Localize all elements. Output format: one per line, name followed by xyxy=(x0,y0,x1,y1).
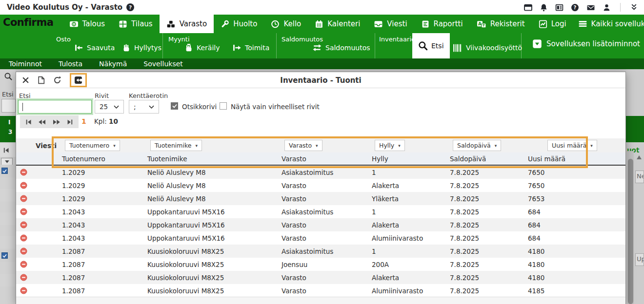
cell-varasto: Asiakastoimitus xyxy=(279,247,369,255)
menu-tulosta[interactable]: Tulosta xyxy=(59,60,82,68)
saldomuutos-button[interactable]: Saldomuutos xyxy=(312,41,370,55)
cell-hylly: Yläkerta xyxy=(369,195,447,203)
swap-arrows-icon xyxy=(312,43,322,52)
caret-down-icon: ▾ xyxy=(113,143,116,148)
last-page-button[interactable] xyxy=(66,119,73,125)
cell-hylly: Alumiinivarasto xyxy=(369,234,447,242)
errors-only-checkbox-label[interactable]: Näytä vain virheelliset rivit xyxy=(231,103,320,111)
ribbon-button-label: Viivakoodisyöttö xyxy=(466,44,522,52)
collapse-chevron-icon[interactable] xyxy=(630,3,638,11)
nav-item-huolto[interactable]: Huolto xyxy=(214,15,264,33)
cell-saldopaiva: 7.8.2025 xyxy=(447,274,525,282)
viivakoodisyotto-button[interactable]: Viivakoodisyöttö xyxy=(453,41,522,55)
cell-tuotenumero: 1.2029 xyxy=(59,182,144,190)
menu-sovellukset[interactable]: Sovellukset xyxy=(143,60,183,68)
user-icon[interactable] xyxy=(603,3,611,12)
help-icon[interactable]: ? xyxy=(571,3,579,12)
search-input[interactable] xyxy=(18,100,92,114)
separator-select[interactable]: ; xyxy=(129,100,159,114)
next-page-button[interactable] xyxy=(52,119,60,125)
help-badge-icon[interactable]: ? xyxy=(126,3,134,11)
first-page-button[interactable] xyxy=(25,119,32,125)
keraily-button[interactable]: Keräily xyxy=(184,41,220,55)
mapping-select-hylly[interactable]: Hylly▾ xyxy=(375,140,405,151)
ribbon-divider xyxy=(162,33,163,58)
remove-row-icon[interactable] xyxy=(20,221,33,228)
app-window: Video Koulutus Oy - Varasto ? ? Confirma… xyxy=(0,0,644,304)
rekisterit-icon: A xyxy=(477,20,486,28)
mapping-select-varasto[interactable]: Varasto▾ xyxy=(284,140,322,151)
all-apps-button[interactable]: Kaikki sovellukset ja rekisterit xyxy=(573,15,644,33)
menu-toiminnot[interactable]: Toiminnot xyxy=(9,60,42,68)
remove-row-icon[interactable] xyxy=(20,169,33,176)
cell-tuotenumero: 1.2087 xyxy=(59,274,144,282)
remove-row-icon[interactable] xyxy=(20,247,33,255)
cell-varasto: Joensuu xyxy=(279,261,369,268)
mapping-select-tuotenimike[interactable]: Tuotenimike▾ xyxy=(150,140,202,151)
current-page-number[interactable]: 1 xyxy=(81,117,86,125)
window-icon[interactable] xyxy=(524,3,532,12)
remove-row-icon[interactable] xyxy=(20,274,33,281)
refresh-icon[interactable] xyxy=(53,76,61,84)
close-button[interactable] xyxy=(22,76,29,84)
bg-green-panel xyxy=(626,116,644,142)
hyllytys-button[interactable]: Hyllytys xyxy=(122,41,161,55)
remove-row-icon[interactable] xyxy=(20,234,33,242)
nav-item-rekisterit[interactable]: A Rekisterit xyxy=(470,15,532,33)
dialog-footer xyxy=(16,297,625,304)
nav-item-kalenteri[interactable]: Kalenteri xyxy=(308,15,367,33)
errors-only-checkbox[interactable] xyxy=(220,102,227,110)
news-icon[interactable] xyxy=(555,3,564,12)
app-extra-actions-button[interactable]: Sovelluksen lisätoiminnot xyxy=(532,39,640,49)
csv-header-row: Tuotenumero Tuotenimike Varasto Hylly Sa… xyxy=(16,152,625,166)
bg-search-label: Etsi xyxy=(2,91,14,98)
cell-tuotenumero: 1.2029 xyxy=(59,169,144,176)
remove-row-icon[interactable] xyxy=(20,182,33,189)
nav-item-talous[interactable]: Talous xyxy=(62,15,112,33)
nav-item-label: Kalenteri xyxy=(327,19,360,28)
header-row-checkbox-label[interactable]: Otsikkorivi xyxy=(182,103,217,111)
cell-tuotenumero: 1.2043 xyxy=(59,208,144,216)
ribbon-button-label: Saavuta xyxy=(87,44,115,52)
remove-row-icon[interactable] xyxy=(20,195,33,202)
nav-item-viesti[interactable]: Viesti xyxy=(367,15,414,33)
csv-header-cell: Tuotenumero xyxy=(59,155,144,163)
header-row-checkbox[interactable] xyxy=(171,102,178,110)
cell-hylly: Alakerta xyxy=(369,274,447,282)
table-row: 1.2087Kuusiokoloruuvi M8X25Asiakastoimit… xyxy=(16,245,625,258)
rows-select[interactable]: 25 xyxy=(95,100,124,114)
etsi-button[interactable]: Etsi xyxy=(412,33,450,58)
prev-page-button[interactable] xyxy=(38,119,46,125)
mapping-select-tuotenumero[interactable]: Tuotenumero▾ xyxy=(65,140,120,151)
nav-item-logi[interactable]: Logi xyxy=(532,15,573,33)
nav-item-varasto[interactable]: Varasto xyxy=(160,15,214,33)
toimita-button[interactable]: Toimita xyxy=(232,41,269,55)
notifications-bell-icon[interactable] xyxy=(540,3,548,12)
background-right-strip: uot Neli Upp xyxy=(626,69,644,304)
nav-item-raportti[interactable]: Raportti xyxy=(414,15,470,33)
remove-row-icon[interactable] xyxy=(20,208,33,215)
nav-item-kello[interactable]: Kello xyxy=(264,15,308,33)
window-title: Video Koulutus Oy - Varasto xyxy=(7,3,122,12)
page-background: Etsi I 3 uot Neli Upp xyxy=(0,69,644,304)
remove-row-icon[interactable] xyxy=(20,261,33,268)
ribbon-button-label: Hyllytys xyxy=(134,44,161,52)
menu-nakyma[interactable]: Näkymä xyxy=(99,60,127,68)
saavuta-button[interactable]: Saavuta xyxy=(74,41,115,55)
table-row: 1.2087Kuusiokoloruuvi M8X25Joensuu200A7.… xyxy=(16,258,625,271)
mapping-select-saldopaiva[interactable]: Saldopäivä▾ xyxy=(453,140,501,151)
cell-saldopaiva: 7.8.2025 xyxy=(447,182,525,190)
remove-row-icon[interactable] xyxy=(20,287,33,294)
cell-saldopaiva: 7.8.2025 xyxy=(447,234,525,242)
import-icon[interactable] xyxy=(74,76,82,84)
table-row: 1.2087Kuusiokoloruuvi M8X25VarastoAlaker… xyxy=(16,271,625,284)
tilaus-icon xyxy=(119,20,127,28)
new-document-icon[interactable] xyxy=(38,76,45,84)
nav-item-tilaus[interactable]: Tilaus xyxy=(112,15,160,33)
cell-tuotenimike: Uppokantaruuvi M5X16 xyxy=(144,208,279,216)
mail-icon[interactable] xyxy=(586,3,595,12)
cell-tuotenimike: Neliö Aluslevy M8 xyxy=(144,195,279,203)
cell-tuotenimike: Neliö Aluslevy M8 xyxy=(144,169,279,176)
text-cursor xyxy=(22,103,23,111)
mapping-select-uusi-maara[interactable]: Uusi määrä▾ xyxy=(547,140,597,151)
